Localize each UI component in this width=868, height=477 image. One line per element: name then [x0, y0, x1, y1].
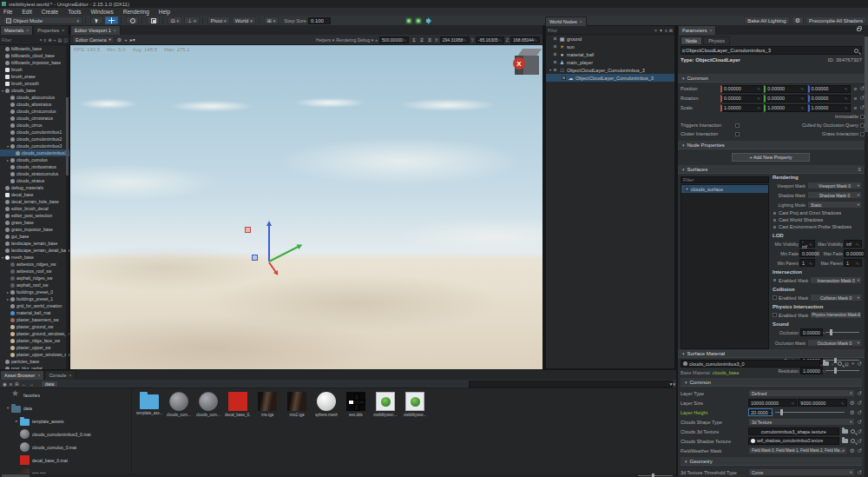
- physint-enabled-checkbox[interactable]: [773, 313, 777, 317]
- surface-material-section-header[interactable]: Surface Material: [678, 349, 865, 358]
- cast-checkbox[interactable]: [773, 225, 777, 229]
- reset-material-icon[interactable]: ↺: [858, 361, 862, 368]
- move-tool-button[interactable]: [105, 17, 118, 24]
- object-mode-dropdown[interactable]: Object Mode ▾: [3, 17, 82, 24]
- material-item[interactable]: billboards_cloud_base: [0, 52, 69, 59]
- slider-knob[interactable]: [780, 409, 783, 415]
- transform-field[interactable]: 1.00000∿: [764, 104, 806, 112]
- reset-icon[interactable]: ↺: [858, 419, 862, 426]
- lock-icon[interactable]: [857, 28, 861, 31]
- plugin-icon[interactable]: [405, 17, 412, 24]
- material-item[interactable]: ▸ clouds_cumulus: [0, 156, 69, 163]
- lighting-mode-dropdown[interactable]: Static▾: [807, 201, 862, 209]
- cast-checkbox[interactable]: [773, 211, 777, 215]
- filter-icon[interactable]: ×: [40, 37, 43, 43]
- material-item[interactable]: editor_post_selection: [0, 212, 69, 219]
- layer-type-dropdown[interactable]: Defined▾: [748, 389, 855, 397]
- menu-item[interactable]: Help: [159, 9, 170, 15]
- reset-icon[interactable]: ↺: [858, 390, 862, 397]
- toolbar-icon[interactable]: →: [29, 381, 34, 387]
- asset-tree-item[interactable]: ▾ data: [0, 401, 131, 414]
- filter-funnel-icon[interactable]: ▼▾: [669, 381, 675, 387]
- surface-item[interactable]: clouds_surface: [681, 185, 768, 193]
- material-item[interactable]: ▸ buildings_preset_0: [0, 288, 69, 295]
- close-icon[interactable]: ×: [114, 28, 116, 33]
- transform-field[interactable]: 0.00000∿: [808, 95, 851, 103]
- layer-size-x-field[interactable]: 10000.00000∿: [748, 399, 797, 407]
- toolbar-icon[interactable]: ◉: [3, 381, 7, 387]
- min-visibility-field[interactable]: -inf∿: [799, 240, 815, 248]
- navcube-front-face[interactable]: [523, 56, 539, 75]
- common-section-header[interactable]: Common: [678, 74, 865, 83]
- asset-thumbnail[interactable]: visibilitytest...: [403, 392, 427, 417]
- geometry-section-header[interactable]: Geometry: [681, 457, 862, 466]
- reset-icon[interactable]: ↺: [858, 469, 862, 476]
- close-icon[interactable]: ×: [69, 373, 72, 378]
- material-item[interactable]: landscape_terrain_detail_base: [0, 247, 69, 254]
- material-item[interactable]: brush_erase: [0, 73, 69, 80]
- node-enabled-checkbox[interactable]: [553, 52, 557, 56]
- nodes-filter-input[interactable]: Filter: [546, 28, 654, 33]
- physint-mask-dropdown[interactable]: Physics Intersection Mask 0▾: [810, 311, 862, 319]
- surface-enabled-checkbox[interactable]: [685, 187, 689, 191]
- material-item[interactable]: billboards_base: [0, 45, 69, 52]
- grid-snap-button[interactable]: ⊞▾: [264, 17, 279, 24]
- gizmo-y-axis-arrow[interactable]: [269, 246, 299, 262]
- material-item[interactable]: ▾ clouds_base: [0, 87, 69, 94]
- max-visibility-field[interactable]: inf∿: [844, 240, 862, 248]
- slider-knob[interactable]: [652, 474, 654, 477]
- material-item[interactable]: clouds_stratus: [0, 177, 69, 184]
- subtab[interactable]: Node: [681, 36, 702, 45]
- node-enabled-checkbox[interactable]: [553, 36, 557, 41]
- scrollbar-thumb[interactable]: [66, 97, 69, 176]
- layer-height-slider[interactable]: [775, 412, 845, 413]
- reset-icon[interactable]: ↺: [858, 409, 862, 416]
- node-item[interactable]: ☁ ObjectCloudLayer_Cumulonimbus_3: [546, 74, 674, 82]
- material-field[interactable]: clouds_cumulonimbus3_0: [681, 360, 820, 368]
- material-item[interactable]: plaster_basement_sw: [0, 316, 69, 323]
- camera-settings-icon[interactable]: ⚙: [117, 36, 122, 43]
- filter-icon[interactable]: ×: [654, 28, 657, 33]
- asset-tree-item[interactable]: mis.tga: [0, 467, 131, 474]
- drop-to-ground-button[interactable]: ⊥▾: [184, 17, 200, 24]
- node-properties-section-header[interactable]: Node Properties: [678, 141, 865, 149]
- search-icon[interactable]: [854, 49, 858, 53]
- axis-field[interactable]: -65.16305∿: [476, 36, 504, 43]
- add-new-property-button[interactable]: + Add New Property: [732, 153, 810, 162]
- filter-input[interactable]: Filter: [0, 37, 40, 43]
- asset-tree-item[interactable]: clouds_cumulus_0.mat: [0, 441, 131, 454]
- scrollbar-thumb[interactable]: [865, 36, 868, 132]
- asset-tree-item[interactable]: clouds_cumulonimbus3_0.mat: [0, 427, 131, 441]
- node-item[interactable]: ♟ main_player: [546, 58, 674, 66]
- material-item[interactable]: clouds_cumulonimbus2: [0, 136, 69, 142]
- node-enabled-checkbox[interactable]: [553, 44, 557, 49]
- add-material-icon[interactable]: +: [852, 361, 855, 367]
- node-item[interactable]: ▾ □ ObjectCloudLayer_Cumulonimbus_3: [546, 66, 674, 74]
- step-size-field[interactable]: 0.100: [308, 17, 331, 24]
- helpers-dropdown[interactable]: Helpers ▾: [316, 37, 334, 43]
- material-item[interactable]: plaster_upper_sw: [0, 344, 69, 351]
- filter-icon[interactable]: +: [54, 37, 56, 43]
- collision-mask-dropdown[interactable]: Collision Mask 0▾: [810, 294, 862, 301]
- find-material-icon[interactable]: [838, 361, 842, 366]
- occlusion-field[interactable]: 0.00000∿: [800, 328, 823, 336]
- close-icon[interactable]: ×: [62, 28, 64, 33]
- material-item[interactable]: ▾ mesh_base: [0, 254, 69, 261]
- panel-tab[interactable]: Properties ×: [33, 25, 69, 35]
- asset-thumbnail[interactable]: template_ass...: [137, 392, 161, 415]
- filter-icon[interactable]: ▤: [58, 37, 62, 43]
- min-fade-field[interactable]: 0.00000: [799, 249, 815, 257]
- panel-tab[interactable]: Materials ×: [0, 25, 33, 35]
- menu-icon[interactable]: ≡: [854, 105, 858, 111]
- bake-settings-button[interactable]: ⚙: [792, 17, 804, 24]
- surfaces-menu-icon[interactable]: ≡: [858, 167, 861, 172]
- breadcrumb[interactable]: data: [41, 381, 59, 388]
- filter-icon[interactable]: ≡: [665, 28, 667, 33]
- menu-item[interactable]: Tools: [68, 9, 81, 15]
- base-material-link[interactable]: clouds_base: [713, 370, 740, 375]
- space-dropdown[interactable]: World▾: [232, 17, 256, 24]
- thumbnail-size-slider[interactable]: [638, 475, 673, 476]
- precompile-shaders-button[interactable]: Precompile All Shaders: [806, 17, 866, 24]
- camera-preset-button[interactable]: 3: [426, 36, 433, 43]
- intersection-enabled-checkbox[interactable]: [773, 278, 777, 282]
